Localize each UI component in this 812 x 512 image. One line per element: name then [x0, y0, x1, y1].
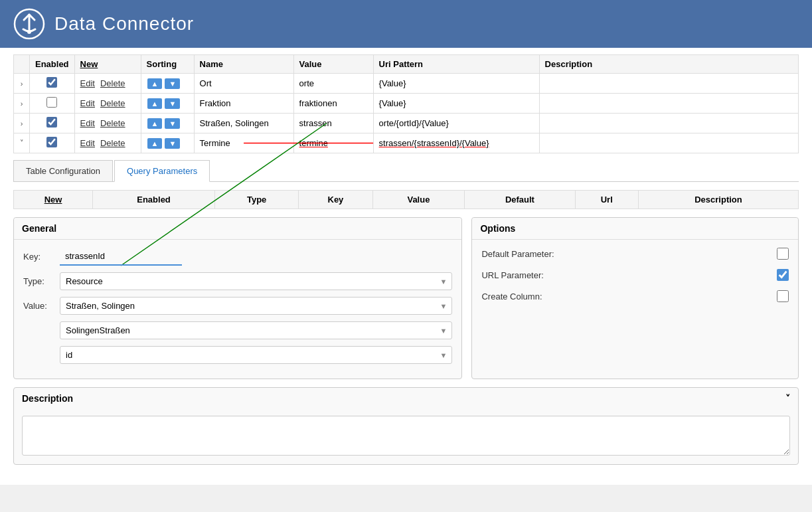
row-name: Fraktion: [194, 94, 293, 114]
description-title: Description: [22, 393, 73, 404]
key-label: Key:: [23, 252, 60, 262]
edit-link[interactable]: Edit: [80, 138, 95, 148]
url-parameter-checkbox[interactable]: [777, 269, 789, 281]
col-name: Name: [194, 55, 293, 74]
sort-buttons: ▲▼: [141, 74, 194, 94]
sort-buttons: ▲▼: [141, 114, 194, 133]
col-chevron: [14, 55, 30, 74]
inner-table: NewEnabledTypeKeyValueDefaultUrlDescript…: [13, 190, 799, 209]
row-chevron[interactable]: ›: [14, 114, 30, 133]
delete-link[interactable]: Delete: [100, 78, 125, 88]
row-value: fraktionen: [293, 94, 373, 114]
sort-up-button[interactable]: ▲: [147, 118, 163, 129]
row-name: Termine: [194, 133, 293, 153]
sub-value-select[interactable]: SolingenStraßen: [60, 321, 452, 339]
row-uri: strassen/{strassenId}/{Value}: [373, 133, 539, 153]
table-row: ›EditDelete▲▼Fraktionfraktionen{Value}: [14, 94, 799, 114]
create-column-checkbox[interactable]: [777, 290, 789, 302]
sort-up-button[interactable]: ▲: [147, 98, 163, 109]
top-table: Enabled New Sorting Name Value Uri Patte…: [13, 54, 799, 153]
default-parameter-label: Default Parameter:: [481, 249, 777, 259]
inner-col-enabled: Enabled: [93, 191, 215, 209]
sort-down-button[interactable]: ▼: [165, 138, 180, 149]
sort-down-button[interactable]: ▼: [165, 118, 180, 129]
row-value: termine: [293, 133, 373, 153]
value-select[interactable]: Straßen, SolingenOrtFraktion: [60, 297, 452, 315]
default-parameter-checkbox[interactable]: [777, 248, 789, 260]
row-enabled-checkbox[interactable]: [46, 77, 57, 88]
row-actions: EditDelete: [74, 74, 141, 94]
sub-sub-select[interactable]: idname: [60, 346, 452, 364]
col-enabled: Enabled: [30, 55, 75, 74]
table-row: ›EditDelete▲▼Straßen, Solingenstrassenor…: [14, 114, 799, 133]
row-description: [539, 114, 798, 133]
description-box: Description ˅: [13, 387, 799, 465]
data-connector-icon: [13, 8, 45, 40]
row-enabled-checkbox[interactable]: [46, 117, 57, 128]
row-enabled-cell: [30, 114, 75, 133]
row-uri: orte/{ortId}/{Value}: [373, 114, 539, 133]
inner-col-value: Value: [372, 191, 465, 209]
col-sorting: Sorting: [141, 55, 194, 74]
key-input[interactable]: [60, 248, 182, 266]
row-enabled-checkbox[interactable]: [46, 137, 57, 147]
row-chevron[interactable]: ›: [14, 74, 30, 94]
inner-col-type: Type: [215, 191, 299, 209]
inner-col-default: Default: [465, 191, 575, 209]
row-enabled-cell: [30, 133, 75, 153]
sort-down-button[interactable]: ▼: [165, 98, 180, 109]
general-header: General: [14, 218, 461, 240]
sort-buttons: ▲▼: [141, 94, 194, 114]
row-description: [539, 94, 798, 114]
col-uri: Uri Pattern: [373, 55, 539, 74]
edit-link[interactable]: Edit: [80, 98, 95, 108]
sort-down-button[interactable]: ▼: [165, 78, 180, 89]
description-header[interactable]: Description ˅: [14, 388, 798, 409]
row-chevron[interactable]: ˅: [14, 133, 30, 153]
sort-up-button[interactable]: ▲: [147, 138, 163, 149]
table-row: ˅EditDelete▲▼Termineterminestrassen/{str…: [14, 133, 799, 153]
value-label: Value:: [23, 301, 60, 311]
header: Data Connector: [0, 0, 812, 48]
edit-link[interactable]: Edit: [80, 78, 95, 88]
row-value: strassen: [293, 114, 373, 133]
options-box: Options Default Parameter: URL Parameter…: [471, 217, 799, 379]
inner-col-key: Key: [299, 191, 372, 209]
tab-table-configuration[interactable]: Table Configuration: [13, 160, 113, 181]
edit-link[interactable]: Edit: [80, 118, 95, 128]
col-value: Value: [293, 55, 373, 74]
delete-link[interactable]: Delete: [100, 98, 125, 108]
description-textarea[interactable]: [22, 416, 790, 456]
row-enabled-cell: [30, 74, 75, 94]
row-uri: {Value}: [373, 74, 539, 94]
row-actions: EditDelete: [74, 94, 141, 114]
type-select[interactable]: ResourceStaticDynamic: [60, 272, 452, 290]
row-value: orte: [293, 74, 373, 94]
row-description: [539, 133, 798, 153]
type-label: Type:: [23, 276, 60, 286]
row-uri: {Value}: [373, 94, 539, 114]
general-box: General Key: Type: ResourceStaticDynamic…: [13, 217, 462, 379]
row-actions: EditDelete: [74, 114, 141, 133]
row-description: [539, 74, 798, 94]
sort-buttons: ▲▼: [141, 133, 194, 153]
sort-up-button[interactable]: ▲: [147, 78, 163, 89]
delete-link[interactable]: Delete: [100, 138, 125, 148]
inner-col-new: New: [14, 191, 93, 209]
url-parameter-label: URL Parameter:: [481, 270, 777, 280]
create-column-label: Create Column:: [481, 292, 777, 301]
app-title: Data Connector: [54, 13, 194, 35]
svg-point-1: [27, 30, 31, 34]
tab-query-parameters[interactable]: Query Parameters: [114, 160, 210, 182]
row-name: Straßen, Solingen: [194, 114, 293, 133]
row-enabled-cell: [30, 94, 75, 114]
row-chevron[interactable]: ›: [14, 94, 30, 114]
inner-col-url: Url: [575, 191, 638, 209]
row-enabled-checkbox[interactable]: [46, 97, 57, 108]
row-name: Ort: [194, 74, 293, 94]
description-chevron-icon: ˅: [785, 393, 790, 404]
tabs: Table ConfigurationQuery Parameters: [13, 160, 799, 182]
col-description: Description: [539, 55, 798, 74]
inner-col-description: Description: [638, 191, 798, 209]
delete-link[interactable]: Delete: [100, 118, 125, 128]
